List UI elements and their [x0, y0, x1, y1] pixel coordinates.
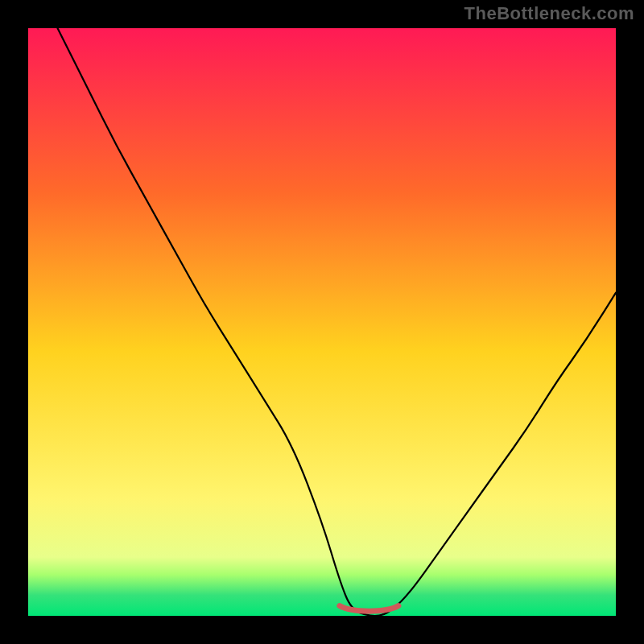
bottleneck-curve: [58, 28, 617, 616]
plot-area: [28, 28, 616, 616]
optimum-marker: [340, 606, 398, 612]
watermark-text: TheBottleneck.com: [464, 3, 634, 24]
bottleneck-curve-layer: [28, 28, 616, 616]
chart-frame: TheBottleneck.com: [0, 0, 644, 644]
